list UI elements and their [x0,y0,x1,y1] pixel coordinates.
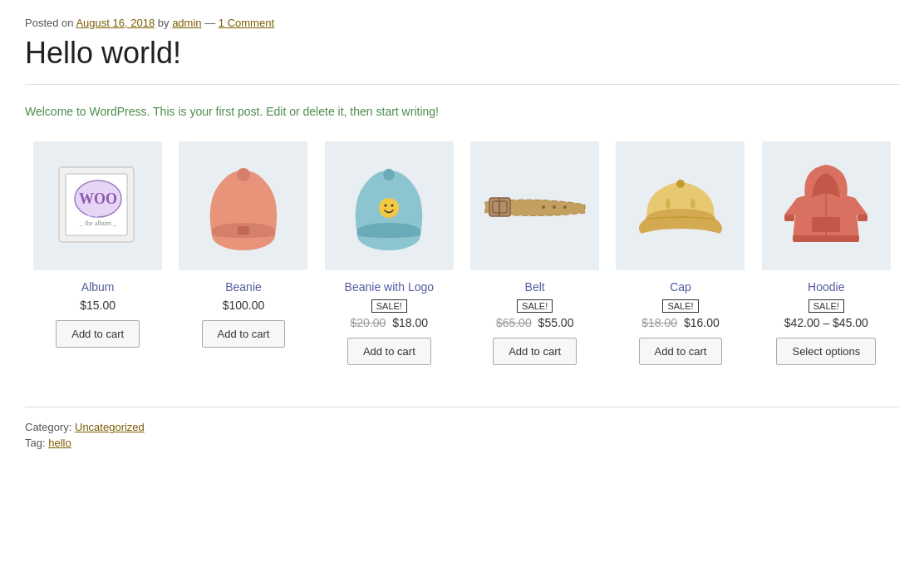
product-image-album: WOO _ the album _ [33,141,162,270]
svg-point-22 [666,199,671,209]
sale-badge-hoodie: SALE! [808,299,844,313]
tag-line: Tag: hello [25,437,899,449]
sale-badge-beanie-logo: SALE! [371,299,407,313]
product-name-cap[interactable]: Cap [670,280,691,294]
post-meta: Posted on August 16, 2018 by admin — 1 C… [25,17,899,29]
product-image-cap [616,141,745,270]
product-card-belt: Belt SALE! $65.00 $55.00 Add to cart [462,141,607,382]
posted-on-label: Posted on [25,17,74,29]
products-grid: WOO _ the album _ Album $15.00 Add to ca… [25,141,899,382]
svg-point-11 [385,204,387,206]
product-card-hoodie: Hoodie SALE! $42.00 – $45.00 Select opti… [754,141,899,382]
svg-rect-25 [812,217,840,232]
product-name-beanie[interactable]: Beanie [225,280,262,294]
add-to-cart-beanie[interactable]: Add to cart [202,320,286,348]
product-price-beanie-logo: SALE! $20.00 $18.00 [351,299,429,329]
by-label: by [158,17,170,29]
svg-point-21 [676,180,685,188]
svg-point-12 [391,204,394,206]
svg-point-17 [542,205,545,209]
post-date-link[interactable]: August 16, 2018 [76,17,155,29]
welcome-text: Welcome to WordPress. This is your first… [25,105,899,118]
product-card-album: WOO _ the album _ Album $15.00 Add to ca… [25,141,170,382]
select-options-hoodie[interactable]: Select options [776,338,876,365]
category-link[interactable]: Uncategorized [75,421,145,433]
svg-rect-27 [858,215,867,221]
svg-rect-28 [793,235,859,242]
svg-point-19 [563,205,567,209]
product-image-beanie [179,141,307,270]
tag-link[interactable]: hello [48,437,71,449]
product-name-beanie-logo[interactable]: Beanie with Logo [345,280,434,294]
product-image-beanie-logo [325,141,454,270]
svg-point-18 [553,205,556,209]
svg-point-23 [691,199,695,209]
product-image-hoodie [762,141,891,270]
product-price-cap: SALE! $18.00 $16.00 [641,299,720,329]
add-to-cart-belt[interactable]: Add to cart [493,338,577,365]
svg-text:WOO: WOO [79,190,117,207]
svg-rect-7 [238,226,249,235]
product-image-belt [470,141,599,270]
product-name-hoodie[interactable]: Hoodie [808,280,844,294]
product-price-album: $15.00 [80,299,116,312]
svg-point-10 [379,198,399,218]
product-name-album[interactable]: Album [81,280,115,294]
product-price-beanie: $100.00 [223,299,265,312]
svg-text:_ the album _: _ the album _ [79,220,117,227]
product-price-belt: SALE! $65.00 $55.00 [496,299,574,329]
meta-dash: — [204,17,215,29]
product-card-beanie-logo: Beanie with Logo SALE! $20.00 $18.00 Add… [317,141,462,382]
product-card-beanie: Beanie $100.00 Add to cart [170,141,316,382]
product-card-cap: Cap SALE! $18.00 $16.00 Add to cart [607,141,753,382]
category-line: Category: Uncategorized [25,421,899,433]
post-footer: Category: Uncategorized Tag: hello [25,421,899,449]
tag-label: Tag: [25,437,46,449]
add-to-cart-beanie-logo[interactable]: Add to cart [347,338,431,365]
category-label: Category: [25,421,71,433]
footer-divider [25,407,899,408]
svg-point-13 [383,169,395,180]
sale-badge-cap: SALE! [662,299,698,313]
comment-link[interactable]: 1 Comment [219,17,274,29]
post-title: Hello world! [25,36,899,71]
product-price-hoodie: SALE! $42.00 – $45.00 [784,299,868,329]
add-to-cart-album[interactable]: Add to cart [56,320,140,348]
svg-rect-26 [784,215,794,221]
svg-point-8 [237,168,250,181]
title-divider [25,84,899,85]
author-link[interactable]: admin [172,17,201,29]
product-name-belt[interactable]: Belt [525,280,545,294]
sale-badge-belt: SALE! [517,299,553,313]
add-to-cart-cap[interactable]: Add to cart [639,338,723,365]
